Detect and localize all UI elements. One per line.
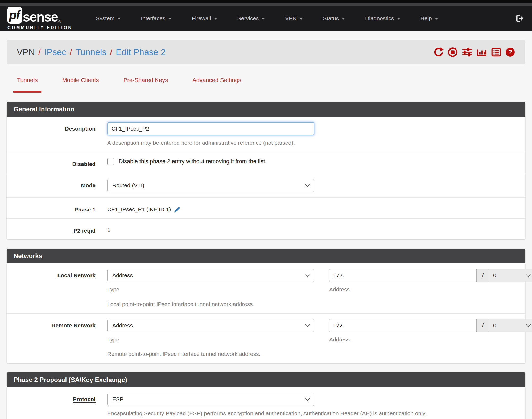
chevron-down-icon <box>435 18 438 20</box>
chevron-down-icon <box>397 18 400 20</box>
local-network-type-help: Type <box>107 286 314 293</box>
remote-network-type-help: Type <box>107 336 314 343</box>
panel-networks: Networks Local Network Address Type <box>7 249 525 363</box>
nav-item-vpn[interactable]: VPN <box>275 15 313 22</box>
refresh-icon[interactable] <box>434 47 444 57</box>
local-network-address-input[interactable] <box>329 269 476 282</box>
remote-network-label[interactable]: Remote Network <box>14 319 96 358</box>
logout-button[interactable] <box>515 14 525 23</box>
protocol-label[interactable]: Protocol <box>14 393 96 417</box>
remote-network-slash-addon: / <box>476 319 489 332</box>
remote-network-address-help: Address <box>329 336 518 343</box>
row-local-network: Local Network Address Type / <box>7 263 525 313</box>
breadcrumb-current-edit-phase-2: Edit Phase 2 <box>116 47 166 57</box>
phase1-label: Phase 1 <box>14 203 96 213</box>
tab-pre-shared-keys[interactable]: Pre-Shared Keys <box>120 77 172 93</box>
chevron-down-icon <box>300 18 303 20</box>
local-network-help: Local point-to-point IPsec interface tun… <box>107 300 518 308</box>
breadcrumb-root: VPN <box>17 47 35 57</box>
row-protocol: Protocol ESP Encapsulating Security Payl… <box>7 387 525 419</box>
local-network-address-help: Address <box>329 286 518 293</box>
description-label: Description <box>14 122 96 147</box>
remote-network-mask-select[interactable]: 0 <box>489 319 532 332</box>
panel-phase2-proposal-body: Protocol ESP Encapsulating Security Payl… <box>7 387 525 419</box>
chevron-down-icon <box>305 182 310 187</box>
chevron-down-icon <box>305 272 310 277</box>
help-circle-icon[interactable]: ? <box>505 47 515 57</box>
chevron-down-icon <box>214 18 217 20</box>
local-network-mask-value: 0 <box>493 272 496 279</box>
p2reqid-value: 1 <box>107 227 110 233</box>
p2reqid-label: P2 reqid <box>14 224 96 234</box>
protocol-select[interactable]: ESP <box>107 393 314 406</box>
chevron-down-icon <box>305 322 310 327</box>
nav-item-status[interactable]: Status <box>313 15 355 22</box>
disabled-checkbox[interactable] <box>107 158 114 165</box>
local-network-label[interactable]: Local Network <box>14 269 96 308</box>
breadcrumb-action-icons: ? <box>434 47 515 57</box>
breadcrumb-separator: / <box>38 47 41 57</box>
remote-network-address-input[interactable] <box>329 319 476 332</box>
sign-out-icon <box>515 14 525 23</box>
chevron-down-icon <box>262 18 265 20</box>
local-network-mask-select[interactable]: 0 <box>489 269 532 282</box>
local-network-type-select[interactable]: Address <box>107 269 314 282</box>
breadcrumb-link-ipsec[interactable]: IPsec <box>44 47 66 57</box>
panel-general-information-body: Description A description may be entered… <box>7 117 525 239</box>
nav-item-label: Services <box>237 15 259 22</box>
breadcrumb-bar: VPN / IPsec / Tunnels / Edit Phase 2 <box>7 40 525 64</box>
mode-select[interactable]: Routed (VTI) <box>107 179 314 192</box>
ipsec-tabs: Tunnels Mobile Clients Pre-Shared Keys A… <box>7 77 525 93</box>
sliders-icon[interactable] <box>462 47 472 57</box>
pfsense-logo-pf: pf <box>7 7 22 24</box>
local-network-type-value: Address <box>112 272 133 279</box>
nav-item-label: Help <box>420 15 432 22</box>
stop-circle-icon[interactable] <box>448 47 458 57</box>
breadcrumb: VPN / IPsec / Tunnels / Edit Phase 2 <box>17 47 166 57</box>
panel-general-information-title: General Information <box>7 102 525 117</box>
nav-item-label: Status <box>323 15 339 22</box>
nav-item-label: System <box>96 15 114 22</box>
row-disabled: Disabled Disable this phase 2 entry with… <box>7 152 525 173</box>
breadcrumb-separator: / <box>110 47 112 57</box>
mode-label[interactable]: Mode <box>14 179 96 192</box>
chevron-down-icon <box>526 322 531 327</box>
nav-item-system[interactable]: System <box>86 15 131 22</box>
pfsense-logo-registered: ® <box>58 20 61 24</box>
row-remote-network: Remote Network Address Type / <box>7 313 525 363</box>
breadcrumb-link-tunnels[interactable]: Tunnels <box>76 47 106 57</box>
remote-network-type-value: Address <box>112 322 133 329</box>
list-icon[interactable] <box>491 47 501 57</box>
row-p2reqid: P2 reqid 1 <box>7 218 525 239</box>
pfsense-logo[interactable]: pf sense ® COMMUNITY EDITION <box>7 7 72 30</box>
nav-item-services[interactable]: Services <box>227 15 275 22</box>
pfsense-logo-main: pf sense ® <box>7 7 72 24</box>
nav-item-interfaces[interactable]: Interfaces <box>131 15 182 22</box>
pencil-icon[interactable] <box>174 206 181 213</box>
chevron-down-icon <box>168 18 171 20</box>
panel-phase2-proposal: Phase 2 Proposal (SA/Key Exchange) Proto… <box>7 372 525 419</box>
svg-text:?: ? <box>508 48 512 56</box>
disabled-label: Disabled <box>14 157 96 168</box>
row-mode: Mode Routed (VTI) <box>7 173 525 197</box>
mode-select-value: Routed (VTI) <box>112 182 144 189</box>
nav-item-firewall[interactable]: Firewall <box>182 15 227 22</box>
nav-item-diagnostics[interactable]: Diagnostics <box>355 15 410 22</box>
window-sub-strip <box>0 3 532 6</box>
window-top-strip <box>0 0 532 3</box>
chevron-down-icon <box>526 272 531 277</box>
tab-tunnels[interactable]: Tunnels <box>13 77 41 93</box>
chevron-down-icon <box>342 18 345 20</box>
tab-mobile-clients[interactable]: Mobile Clients <box>58 77 102 93</box>
bar-chart-icon[interactable] <box>476 47 487 57</box>
row-description: Description A description may be entered… <box>7 117 525 152</box>
row-phase1: Phase 1 CF1_IPsec_P1 (IKE ID 1) <box>7 197 525 218</box>
nav-item-help[interactable]: Help <box>410 15 448 22</box>
panel-networks-body: Local Network Address Type / <box>7 263 525 363</box>
remote-network-type-select[interactable]: Address <box>107 319 314 332</box>
nav-item-label: VPN <box>285 15 296 22</box>
tab-advanced-settings[interactable]: Advanced Settings <box>189 77 245 93</box>
description-input[interactable] <box>107 122 314 135</box>
remote-network-help: Remote point-to-point IPsec interface tu… <box>107 350 518 358</box>
chevron-down-icon <box>305 396 310 401</box>
